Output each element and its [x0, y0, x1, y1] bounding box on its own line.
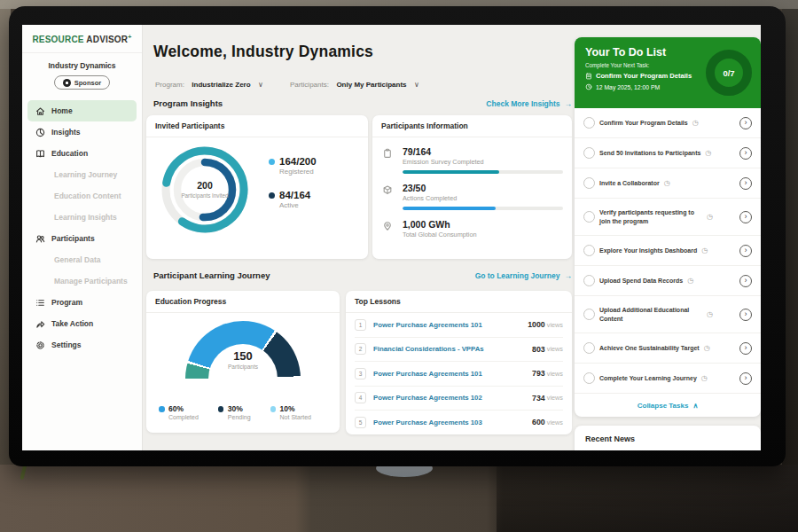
sidebar-item-education[interactable]: Education — [22, 143, 142, 164]
task-chevron-button[interactable]: › — [739, 245, 752, 257]
clipboard-icon — [382, 148, 393, 159]
sidebar-item-manage-participants[interactable]: Manage Participants — [22, 270, 142, 292]
lesson-link[interactable]: Financial Considerations - VPPAs — [373, 345, 484, 353]
gauge-center-label: 150 Participants — [185, 349, 301, 370]
learning-journey-heading: Participant Learning Journey — [153, 270, 270, 280]
insights-icon — [35, 128, 45, 137]
clock-icon: ◷ — [701, 246, 708, 254]
action-arrow-icon — [35, 319, 45, 329]
donut-center-label: 200 Participants Invited — [159, 144, 251, 236]
go-to-learning-journey-link[interactable]: Go to Learning Journey→ — [475, 271, 572, 280]
task-checkbox[interactable] — [583, 372, 595, 384]
task-chevron-button[interactable]: › — [739, 177, 752, 190]
task-checkbox[interactable] — [583, 245, 595, 256]
clock-icon — [585, 83, 592, 90]
task-row[interactable]: Explore Your Insights Dashboard ◷ › — [575, 236, 761, 266]
sidebar-item-general-data[interactable]: General Data — [22, 249, 142, 270]
task-row[interactable]: Upload Spend Data Records ◷ › — [575, 266, 761, 296]
card-title: Participants Information — [372, 115, 572, 137]
app-logo: RESOURCE ADVISOR+ — [22, 34, 142, 44]
donut-legend: 164/200 Registered 84/164 Active — [269, 156, 317, 223]
lesson-link[interactable]: Power Purchase Agreements 103 — [373, 419, 482, 426]
task-chevron-button[interactable]: › — [739, 211, 752, 223]
recent-news-title: Recent News — [575, 426, 761, 450]
task-row[interactable]: Invite a Collaborator ◷ › — [575, 168, 761, 199]
lesson-link[interactable]: Power Purchase Agreements 102 — [373, 394, 482, 402]
clock-icon: ◷ — [701, 374, 708, 382]
document-icon — [585, 73, 592, 80]
metric-actions-completed: 23/50 Actions Completed — [372, 174, 572, 210]
metric-global-consumption: 1,000 GWh Total Global Consumption — [372, 210, 572, 239]
task-chevron-button[interactable]: › — [739, 309, 752, 321]
clock-icon: ◷ — [707, 310, 713, 318]
sidebar-item-insights[interactable]: Insights — [22, 121, 142, 143]
participants-filter[interactable]: Participants: Only My Participants ∨ — [290, 74, 419, 90]
todo-panel: Your To Do List Complete Your Next Task:… — [575, 37, 761, 417]
sponsor-badge[interactable]: Sponsor — [54, 75, 110, 90]
task-checkbox[interactable] — [583, 147, 595, 159]
task-checkbox[interactable] — [583, 309, 595, 320]
education-progress-card: Education Progress 150 Participants 60% … — [146, 291, 340, 433]
sidebar: RESOURCE ADVISOR+ Industry Dynamics Spon… — [22, 25, 143, 450]
org-name: Industry Dynamics — [22, 61, 142, 70]
lesson-link[interactable]: Power Purchase Agreements 101 — [373, 321, 482, 329]
todo-header: Your To Do List Complete Your Next Task:… — [575, 37, 761, 108]
sidebar-nav: Home Insights Education Learning Journey… — [22, 100, 142, 356]
legend-pending: 30% Pending — [218, 404, 251, 420]
task-row[interactable]: Upload Additional Educational Content ◷ … — [575, 296, 761, 333]
location-pin-icon — [382, 221, 393, 231]
task-checkbox[interactable] — [583, 177, 595, 189]
task-row[interactable]: Confirm Your Program Details ◷ › — [575, 108, 761, 138]
task-checkbox[interactable] — [583, 117, 595, 129]
book-icon — [35, 149, 45, 159]
todo-progress-ring: 0/7 — [706, 50, 752, 96]
lesson-link[interactable]: Power Purchase Agreements 101 — [373, 370, 482, 378]
pending-dot-icon — [218, 406, 224, 412]
legend-not-started: 10% Not Started — [270, 404, 311, 420]
task-row[interactable]: Complete Your Learning Journey ◷ › — [575, 364, 761, 394]
registered-dot-icon — [269, 159, 275, 165]
legend-active: 84/164 Active — [269, 190, 317, 209]
clock-icon: ◷ — [707, 213, 713, 221]
lesson-row: 3 Power Purchase Agreements 101 793views — [355, 362, 563, 387]
clock-icon: ◷ — [704, 344, 710, 352]
lesson-row: 5 Power Purchase Agreements 103 600views — [355, 411, 563, 434]
completed-dot-icon — [159, 406, 165, 412]
sidebar-item-settings[interactable]: Settings — [22, 334, 142, 356]
rank-badge: 2 — [355, 343, 366, 355]
sidebar-item-program[interactable]: Program — [22, 292, 142, 313]
task-chevron-button[interactable]: › — [739, 372, 752, 385]
task-row[interactable]: Achieve One Sustainability Target ◷ › — [575, 333, 761, 364]
task-chevron-button[interactable]: › — [739, 275, 752, 287]
collapse-tasks-link[interactable]: Collapse Tasks ∧ — [575, 394, 761, 417]
sidebar-item-learning-insights[interactable]: Learning Insights — [22, 207, 142, 228]
gear-icon — [35, 340, 45, 350]
task-checkbox[interactable] — [583, 275, 595, 286]
task-chevron-button[interactable]: › — [739, 117, 752, 129]
sidebar-item-participants[interactable]: Participants — [22, 228, 142, 249]
clock-icon: ◷ — [664, 179, 670, 187]
sidebar-item-learning-journey[interactable]: Learning Journey — [22, 164, 142, 185]
task-chevron-button[interactable]: › — [739, 147, 752, 160]
program-filter[interactable]: Program: Industrialize Zero ∨ — [155, 74, 263, 90]
task-row[interactable]: Send 50 Invitations to Participants ◷ › — [575, 138, 761, 168]
lesson-row: 2 Financial Considerations - VPPAs 803vi… — [355, 338, 563, 363]
sidebar-item-education-content[interactable]: Education Content — [22, 185, 142, 207]
task-checkbox[interactable] — [583, 342, 595, 354]
sponsor-badge-label: Sponsor — [74, 79, 101, 87]
clock-icon: ◷ — [705, 149, 711, 157]
home-icon — [35, 106, 45, 116]
rank-badge: 1 — [355, 319, 366, 331]
task-chevron-button[interactable]: › — [739, 342, 752, 355]
legend-completed: 60% Completed — [159, 404, 199, 420]
check-more-insights-link[interactable]: Check More Insights→ — [486, 99, 572, 108]
card-title: Invited Participants — [146, 115, 368, 137]
arrow-right-icon: → — [565, 271, 573, 280]
task-checkbox[interactable] — [583, 211, 595, 223]
sidebar-item-home[interactable]: Home — [27, 100, 137, 121]
task-row[interactable]: Verify participants requesting to join t… — [575, 199, 761, 236]
sidebar-item-take-action[interactable]: Take Action — [22, 313, 142, 334]
program-insights-heading: Program Insights — [153, 98, 223, 108]
dashboard-screen: RESOURCE ADVISOR+ Industry Dynamics Spon… — [22, 25, 761, 450]
not-started-dot-icon — [270, 406, 277, 412]
